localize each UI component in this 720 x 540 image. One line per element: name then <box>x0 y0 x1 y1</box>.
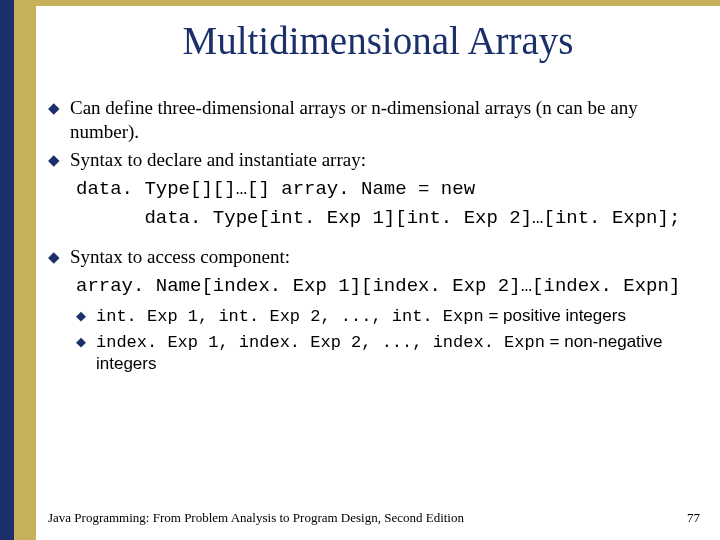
sub-bullet-1: ◆ int. Exp 1, int. Exp 2, ..., int. Expn… <box>76 305 700 327</box>
sub-bullet-2-code: index. Exp 1, index. Exp 2, ..., index. … <box>96 333 545 352</box>
bullet-mark-icon: ◆ <box>76 331 96 375</box>
stripe-blue <box>0 0 14 540</box>
sub-bullet-1-text: int. Exp 1, int. Exp 2, ..., int. Expn =… <box>96 305 700 327</box>
bullet-mark-icon: ◆ <box>48 245 70 269</box>
sub-bullet-2: ◆ index. Exp 1, index. Exp 2, ..., index… <box>76 331 700 375</box>
sub-bullet-2-text: index. Exp 1, index. Exp 2, ..., index. … <box>96 331 700 375</box>
code-access: array. Name[index. Exp 1][index. Exp 2]…… <box>76 275 700 299</box>
sub-bullet-1-code: int. Exp 1, int. Exp 2, ..., int. Expn <box>96 307 484 326</box>
slide-title: Multidimensional Arrays <box>36 18 720 63</box>
code-declare-line2: data. Type[int. Exp 1][int. Exp 2]…[int.… <box>76 207 700 231</box>
footer: Java Programming: From Problem Analysis … <box>48 510 700 526</box>
bullet-mark-icon: ◆ <box>76 305 96 327</box>
bullet-1: ◆ Can define three-dimensional arrays or… <box>48 96 700 144</box>
bullet-2-text: Syntax to declare and instantiate array: <box>70 148 700 172</box>
sub-bullet-1-tail: = positive integers <box>484 306 626 325</box>
code-declare-line1: data. Type[][]…[] array. Name = new <box>76 178 700 202</box>
stripe-gold-horizontal <box>36 0 720 6</box>
slide-body: ◆ Can define three-dimensional arrays or… <box>48 96 700 379</box>
bullet-3-text: Syntax to access component: <box>70 245 700 269</box>
bullet-2: ◆ Syntax to declare and instantiate arra… <box>48 148 700 172</box>
slide: Multidimensional Arrays ◆ Can define thr… <box>0 0 720 540</box>
bullet-1-text: Can define three-dimensional arrays or n… <box>70 96 700 144</box>
bullet-mark-icon: ◆ <box>48 148 70 172</box>
bullet-3: ◆ Syntax to access component: <box>48 245 700 269</box>
footer-left: Java Programming: From Problem Analysis … <box>48 510 464 526</box>
stripe-gold-vertical <box>14 0 36 540</box>
sub-bullets: ◆ int. Exp 1, int. Exp 2, ..., int. Expn… <box>76 305 700 375</box>
bullet-mark-icon: ◆ <box>48 96 70 144</box>
page-number: 77 <box>687 510 700 526</box>
